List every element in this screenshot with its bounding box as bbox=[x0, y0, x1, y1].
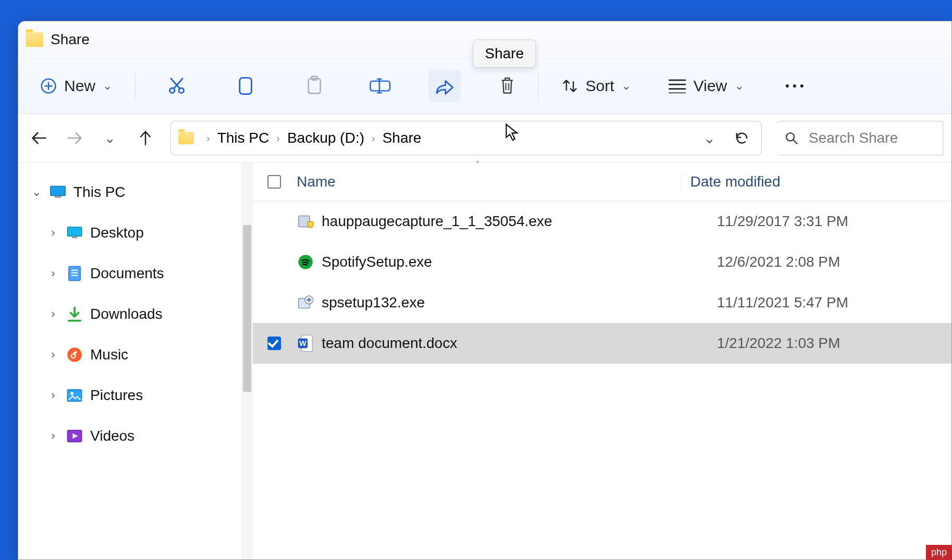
rename-icon bbox=[370, 77, 390, 95]
view-button[interactable]: View ⌄ bbox=[660, 70, 752, 102]
copy-icon bbox=[237, 76, 254, 96]
breadcrumb-item[interactable]: Share bbox=[382, 130, 421, 146]
file-rows: hauppaugecapture_1_1_35054.exe11/29/2017… bbox=[253, 201, 951, 364]
svg-rect-13 bbox=[67, 227, 82, 237]
chevron-right-icon: › bbox=[269, 132, 287, 144]
chevron-down-icon[interactable]: ⌄ bbox=[28, 185, 45, 199]
svg-point-9 bbox=[800, 84, 803, 88]
file-date: 1/21/2022 1:03 PM bbox=[707, 335, 951, 352]
chevron-right-icon[interactable]: › bbox=[44, 267, 62, 280]
new-label: New bbox=[64, 77, 95, 95]
sidebar-item-music[interactable]: › Music bbox=[18, 334, 253, 375]
nav-row: ⌄ › This PC › Backup (D:) › Share ⌄ bbox=[18, 114, 951, 162]
file-date: 11/11/2021 5:47 PM bbox=[707, 294, 951, 311]
refresh-button[interactable] bbox=[728, 130, 756, 146]
file-row[interactable]: hauppaugecapture_1_1_35054.exe11/29/2017… bbox=[253, 201, 951, 242]
ellipsis-icon bbox=[784, 83, 805, 89]
clipboard-icon bbox=[305, 76, 324, 96]
breadcrumb-item[interactable]: This PC bbox=[217, 130, 270, 146]
sort-indicator-icon: ˄ bbox=[475, 160, 480, 170]
desktop-icon bbox=[65, 225, 84, 241]
chevron-right-icon[interactable]: › bbox=[44, 389, 62, 402]
sidebar-item-label: Documents bbox=[90, 265, 164, 282]
rename-button[interactable] bbox=[364, 70, 396, 102]
file-icon: W bbox=[297, 334, 314, 352]
sidebar-item-desktop[interactable]: › Desktop bbox=[18, 213, 253, 253]
plus-circle-icon bbox=[40, 78, 57, 94]
more-button[interactable] bbox=[778, 70, 811, 102]
copy-button[interactable] bbox=[229, 70, 262, 102]
toolbar: Share New ⌄ bbox=[18, 58, 951, 114]
downloads-icon bbox=[65, 306, 84, 322]
chevron-right-icon: › bbox=[364, 132, 383, 144]
delete-button[interactable] bbox=[491, 70, 523, 102]
chevron-right-icon[interactable]: › bbox=[44, 348, 62, 362]
sidebar-item-label: Music bbox=[90, 346, 128, 363]
breadcrumb-item[interactable]: Backup (D:) bbox=[287, 130, 364, 146]
sidebar-item-label: Desktop bbox=[90, 225, 144, 241]
svg-rect-15 bbox=[69, 266, 81, 281]
share-tooltip: Share bbox=[473, 40, 536, 68]
sidebar-item-documents[interactable]: › Documents bbox=[18, 253, 253, 294]
chevron-down-icon: ⌄ bbox=[104, 130, 116, 146]
sidebar-item-this-pc[interactable]: ⌄ This PC bbox=[18, 172, 253, 213]
sidebar-item-pictures[interactable]: › Pictures bbox=[18, 375, 253, 416]
file-row[interactable]: Wteam document.docx1/21/2022 1:03 PM bbox=[253, 323, 951, 364]
svg-rect-4 bbox=[309, 79, 321, 94]
arrow-left-icon bbox=[31, 131, 47, 145]
chevron-right-icon[interactable]: › bbox=[44, 307, 62, 321]
pictures-icon bbox=[65, 388, 84, 403]
chevron-right-icon[interactable]: › bbox=[44, 429, 62, 443]
svg-point-16 bbox=[67, 347, 82, 362]
sidebar: ⌄ This PC › Desktop › Documents bbox=[18, 163, 253, 559]
music-icon bbox=[65, 347, 84, 363]
window-title: Share bbox=[51, 31, 90, 48]
column-header-date[interactable]: Date modified bbox=[680, 173, 951, 190]
chevron-right-icon: › bbox=[199, 132, 217, 144]
share-icon bbox=[434, 77, 455, 95]
history-dropdown[interactable]: ⌄ bbox=[100, 128, 120, 148]
column-label: Name bbox=[297, 173, 336, 190]
search-input[interactable]: Search Share bbox=[776, 121, 943, 155]
column-header-name[interactable]: Name bbox=[253, 173, 680, 190]
view-icon bbox=[668, 79, 686, 93]
back-button[interactable] bbox=[29, 128, 50, 148]
chevron-down-icon: ⌄ bbox=[703, 130, 715, 146]
up-button[interactable] bbox=[135, 128, 156, 148]
new-button[interactable]: New ⌄ bbox=[32, 70, 120, 102]
sort-button[interactable]: Sort ⌄ bbox=[553, 70, 639, 102]
sidebar-item-label: This PC bbox=[74, 184, 126, 201]
chevron-down-icon: ⌄ bbox=[621, 79, 631, 93]
file-icon bbox=[297, 294, 314, 312]
chevron-right-icon[interactable]: › bbox=[44, 226, 62, 240]
svg-point-18 bbox=[70, 392, 74, 395]
row-checkbox[interactable] bbox=[267, 337, 281, 350]
documents-icon bbox=[65, 266, 84, 281]
column-label: Date modified bbox=[690, 173, 780, 190]
file-icon bbox=[297, 253, 314, 271]
svg-text:W: W bbox=[299, 339, 307, 347]
arrow-right-icon bbox=[67, 131, 82, 145]
arrow-up-icon bbox=[139, 130, 152, 146]
sort-icon bbox=[562, 78, 578, 94]
select-all-checkbox[interactable] bbox=[267, 175, 281, 189]
scrollbar-thumb[interactable] bbox=[243, 225, 251, 392]
sidebar-item-downloads[interactable]: › Downloads bbox=[18, 294, 253, 334]
sort-label: Sort bbox=[585, 77, 614, 95]
sidebar-scrollbar[interactable] bbox=[241, 163, 253, 559]
forward-button[interactable] bbox=[64, 128, 85, 148]
sidebar-item-videos[interactable]: › Videos bbox=[18, 416, 253, 456]
watermark: php bbox=[926, 545, 952, 560]
scissors-icon bbox=[167, 76, 187, 96]
cut-button[interactable] bbox=[161, 70, 193, 102]
file-name: hauppaugecapture_1_1_35054.exe bbox=[322, 213, 707, 230]
paste-button[interactable] bbox=[298, 70, 331, 102]
file-date: 12/6/2021 2:08 PM bbox=[707, 254, 951, 270]
svg-rect-12 bbox=[55, 196, 62, 198]
share-button[interactable] bbox=[429, 70, 461, 102]
file-row[interactable]: SpotifySetup.exe12/6/2021 2:08 PM bbox=[253, 242, 951, 282]
file-row[interactable]: spsetup132.exe11/11/2021 5:47 PM bbox=[253, 282, 951, 323]
address-bar[interactable]: › This PC › Backup (D:) › Share ⌄ bbox=[170, 121, 762, 155]
address-dropdown[interactable]: ⌄ bbox=[691, 130, 728, 147]
folder-icon bbox=[178, 132, 194, 144]
